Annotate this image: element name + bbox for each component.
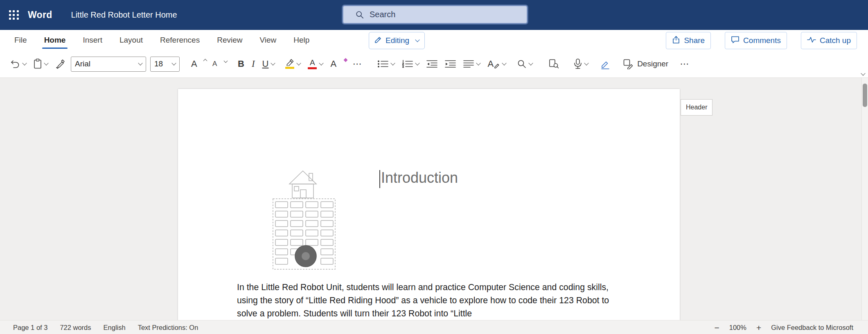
font-size-value: 18 [154,59,163,68]
comments-label: Comments [743,36,781,45]
text-predictions-status[interactable]: Text Predictions: On [138,324,198,332]
app-launcher-icon[interactable] [8,9,20,21]
increase-indent-icon [445,60,456,68]
robot-house-sketch-image[interactable] [270,167,343,273]
microphone-icon [574,59,582,69]
tab-help[interactable]: Help [285,30,318,50]
format-painter-icon [55,59,65,69]
share-button[interactable]: Share [666,32,711,49]
chevron-down-icon [171,61,176,65]
tab-insert[interactable]: Insert [74,30,111,50]
document-paragraph[interactable]: In the Little Red Robot Unit, students w… [237,281,614,320]
style-pen-icon [494,63,500,68]
page-count-status[interactable]: Page 1 of 3 [13,324,47,332]
more-font-options-button[interactable]: ⋯ [349,55,365,73]
ellipsis-icon: ⋯ [680,59,689,69]
catch-up-label: Catch up [820,36,851,45]
document-page[interactable]: Introduction In the Little Red Robot Uni… [178,89,680,320]
more-toolbar-options-button[interactable]: ⋯ [676,55,693,73]
document-search-button[interactable] [545,55,563,73]
status-bar-left: Page 1 of 3 722 words English Text Predi… [13,324,198,332]
scrollbar-thumb[interactable] [863,84,867,107]
find-button[interactable] [514,55,536,73]
shrink-font-button[interactable]: A [209,55,229,73]
search-placeholder: Search [370,10,395,19]
underline-icon: U [262,59,269,68]
designer-button[interactable]: Designer [620,55,672,73]
app-name[interactable]: Word [28,9,52,20]
document-heading[interactable]: Introduction [379,169,458,188]
tab-view[interactable]: View [251,30,285,50]
chevron-down-icon [297,61,301,65]
decrease-indent-button[interactable] [423,55,441,73]
chevron-down-icon [584,61,588,65]
chevron-down-icon [476,61,481,65]
status-bar: Page 1 of 3 722 words English Text Predi… [0,320,868,334]
zoom-out-button[interactable]: − [714,323,719,332]
styles-button[interactable]: A [484,55,510,73]
alignment-button[interactable] [460,55,484,73]
grow-font-button[interactable]: A [187,55,209,73]
comments-button[interactable]: Comments [725,32,787,49]
font-size-select[interactable]: 18 [150,57,180,72]
heading-text[interactable]: Introduction [381,169,458,186]
text-cursor [379,170,380,188]
document-title[interactable]: Little Red Robot Letter Home [71,10,177,20]
search-icon [356,11,364,19]
bullets-button[interactable] [374,55,398,73]
document-canvas: Introduction In the Little Red Robot Uni… [0,78,868,320]
tab-file[interactable]: File [6,30,36,50]
italic-icon: I [252,59,255,68]
bold-button[interactable]: B [234,55,248,73]
feedback-link[interactable]: Give Feedback to Microsoft [771,324,853,332]
chevron-down-icon [22,61,27,65]
document-search-icon [549,59,559,69]
zoom-in-button[interactable]: + [756,323,761,332]
undo-button[interactable] [6,55,30,73]
editor-button[interactable] [597,55,614,73]
italic-button[interactable]: I [248,55,259,73]
text-highlight-button[interactable] [282,55,304,73]
header-tab[interactable]: Header [681,99,712,116]
editing-mode-dropdown[interactable]: Editing [369,32,425,49]
search-box[interactable]: Search [343,5,528,24]
paste-button[interactable] [30,55,52,73]
vertical-scrollbar[interactable] [861,78,868,320]
designer-label: Designer [637,59,668,68]
format-painter-button[interactable] [52,55,69,73]
comments-icon [731,36,739,46]
font-color-icon: A [308,59,317,69]
font-name-value: Arial [75,59,90,68]
caret-down-icon [224,59,228,63]
home-ribbon-toolbar: Arial 18 A A B I U [0,50,868,78]
chevron-down-icon [319,61,324,65]
ribbon-tabs-row: File Home Insert Layout References Revie… [0,30,868,50]
underline-button[interactable]: U [259,55,279,73]
zoom-level[interactable]: 100% [729,324,746,332]
font-color-button[interactable]: A [304,55,327,73]
collapse-ribbon-chevron-icon[interactable] [861,71,865,75]
share-icon [672,36,680,46]
dictate-button[interactable] [570,55,592,73]
word-count-status[interactable]: 722 words [60,324,91,332]
chevron-down-icon [502,61,506,65]
tab-home[interactable]: Home [36,30,74,50]
activity-pulse-icon [807,36,816,45]
share-label: Share [684,36,705,45]
shrink-font-icon: A [212,59,217,68]
clear-formatting-button[interactable]: A [327,55,349,73]
styles-icon: A [487,59,494,68]
language-status[interactable]: English [104,324,126,332]
numbering-button[interactable] [398,55,423,73]
ribbon-right-buttons: Share Comments Catch up [666,32,857,49]
catch-up-button[interactable]: Catch up [801,32,857,49]
tab-review[interactable]: Review [208,30,251,50]
tab-references[interactable]: References [151,30,208,50]
decrease-indent-icon [426,60,437,68]
tab-layout[interactable]: Layout [111,30,151,50]
ribbon-tabs: File Home Insert Layout References Revie… [6,30,318,50]
chevron-down-icon [138,61,142,65]
increase-indent-button[interactable] [441,55,460,73]
word-online-app: Word Little Red Robot Letter Home Search… [0,0,868,334]
font-name-select[interactable]: Arial [71,57,146,72]
